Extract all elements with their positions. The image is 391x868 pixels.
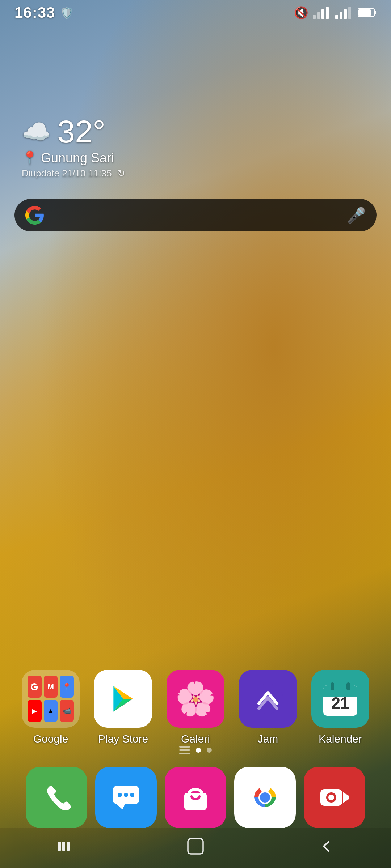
app-grid: M 📍 ▶ ▲ 📹 Google xyxy=(0,670,391,745)
home-icon xyxy=(186,837,205,855)
dock-phone[interactable] xyxy=(26,767,87,828)
svg-point-31 xyxy=(328,795,334,800)
svg-rect-10 xyxy=(358,9,371,16)
svg-rect-34 xyxy=(67,842,70,851)
nav-back-button[interactable] xyxy=(300,833,352,863)
mute-icon: 🔇 xyxy=(294,6,308,20)
gmail-mini-icon: M xyxy=(44,676,58,698)
svg-rect-2 xyxy=(321,9,324,19)
svg-rect-17 xyxy=(331,682,334,690)
svg-point-27 xyxy=(260,792,270,803)
back-icon xyxy=(319,839,334,854)
google-mini-g xyxy=(28,676,42,698)
signal2-icon xyxy=(335,6,353,19)
svg-point-23 xyxy=(130,793,134,797)
dock-messages[interactable] xyxy=(95,767,157,828)
messages-icon xyxy=(110,781,142,814)
chrome-icon xyxy=(247,779,283,816)
playstore-label: Play Store xyxy=(98,733,148,745)
kalender-icon[interactable]: 21 xyxy=(311,670,369,728)
jam-caret-icon xyxy=(252,682,284,715)
calendar-icon: 21 xyxy=(320,679,360,719)
play-triangle xyxy=(109,684,138,713)
page-lines-indicator xyxy=(179,746,190,754)
svg-rect-7 xyxy=(348,7,351,19)
battery-icon xyxy=(358,7,377,18)
refresh-icon: ↻ xyxy=(117,168,125,179)
svg-rect-6 xyxy=(344,9,347,19)
svg-text:21: 21 xyxy=(332,694,349,712)
galeri-label: Galeri xyxy=(181,733,210,745)
svg-rect-4 xyxy=(335,15,338,19)
svg-rect-18 xyxy=(346,682,350,690)
page-indicators xyxy=(179,746,212,754)
duo-mini-icon: 📹 xyxy=(60,700,74,722)
svg-rect-33 xyxy=(62,842,65,851)
search-bar[interactable]: 🎤 xyxy=(14,199,377,231)
status-icons: 🔇 xyxy=(294,6,377,20)
dock xyxy=(0,767,391,828)
svg-rect-32 xyxy=(58,842,61,851)
store-icon xyxy=(179,781,212,814)
page-line-1 xyxy=(179,746,190,748)
weather-updated: Diupdate 21/10 11:35 ↻ xyxy=(22,168,125,179)
svg-marker-20 xyxy=(117,804,125,809)
jam-label: Jam xyxy=(258,733,278,745)
dock-store[interactable] xyxy=(165,767,226,828)
google-folder-label: Google xyxy=(33,733,68,745)
svg-marker-29 xyxy=(343,792,349,803)
app-item-galeri[interactable]: 🌸 Galeri xyxy=(167,670,224,745)
svg-rect-0 xyxy=(313,15,316,19)
status-time: 16:33 xyxy=(14,4,55,21)
kalender-label: Kalender xyxy=(319,733,362,745)
svg-rect-1 xyxy=(317,12,320,19)
svg-rect-35 xyxy=(188,839,203,854)
app-item-jam[interactable]: Jam xyxy=(239,670,297,745)
nav-home-button[interactable] xyxy=(168,832,223,864)
page-dot-1[interactable] xyxy=(196,748,201,753)
youtube-mini-icon: ▶ xyxy=(28,700,42,722)
jam-icon[interactable] xyxy=(239,670,297,728)
app-item-kalender[interactable]: 21 Kalender xyxy=(311,670,369,745)
app-item-google[interactable]: M 📍 ▶ ▲ 📹 Google xyxy=(22,670,80,745)
signal-icon xyxy=(313,6,331,19)
camera-record-icon xyxy=(318,781,351,814)
mic-icon[interactable]: 🎤 xyxy=(347,207,366,224)
svg-point-21 xyxy=(118,793,122,797)
playstore-icon[interactable] xyxy=(94,670,152,728)
svg-point-22 xyxy=(124,793,128,797)
nav-recents-button[interactable] xyxy=(39,833,91,863)
phone-icon xyxy=(40,781,73,814)
page-dot-2[interactable] xyxy=(207,748,212,753)
location-pin-icon: 📍 xyxy=(22,150,38,166)
page-line-3 xyxy=(179,753,190,754)
status-bar: 16:33 🛡️ 🔇 xyxy=(0,0,391,25)
recents-icon xyxy=(57,839,72,854)
page-line-2 xyxy=(179,749,190,751)
maps-mini-icon: 📍 xyxy=(60,676,74,698)
app-item-playstore[interactable]: Play Store xyxy=(94,670,152,745)
weather-location: 📍 Gunung Sari xyxy=(22,150,125,166)
svg-rect-9 xyxy=(374,11,376,14)
svg-rect-5 xyxy=(340,12,342,19)
drive-mini-icon: ▲ xyxy=(44,700,58,722)
dock-camera[interactable] xyxy=(304,767,365,828)
weather-temperature: 32° xyxy=(57,116,105,148)
svg-rect-24 xyxy=(184,793,207,810)
svg-rect-3 xyxy=(326,7,329,19)
shield-icon: 🛡️ xyxy=(60,7,73,19)
google-logo xyxy=(25,206,44,225)
weather-widget: ☁️ 32° 📍 Gunung Sari Diupdate 21/10 11:3… xyxy=(22,116,125,179)
dock-chrome[interactable] xyxy=(234,767,296,828)
google-folder-icon[interactable]: M 📍 ▶ ▲ 📹 xyxy=(22,670,80,728)
galeri-icon[interactable]: 🌸 xyxy=(167,670,224,728)
galeri-flower-icon: 🌸 xyxy=(175,680,216,718)
nav-bar xyxy=(0,828,391,868)
weather-cloud-icon: ☁️ xyxy=(22,118,51,145)
